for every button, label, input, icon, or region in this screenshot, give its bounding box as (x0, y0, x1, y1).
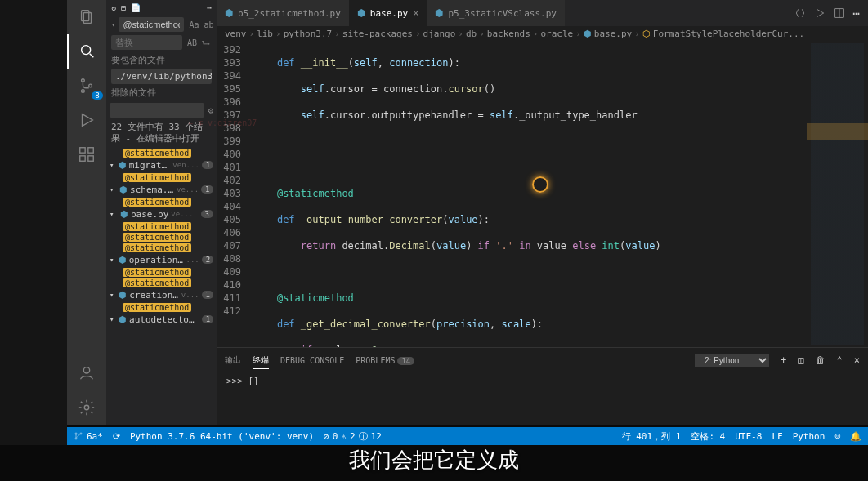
more-icon[interactable]: ⋯ (207, 3, 212, 12)
code-content[interactable]: def __init__(self, connection): self.cur… (253, 42, 807, 347)
close-icon[interactable]: × (413, 7, 418, 19)
encoding[interactable]: UTF-8 (735, 431, 762, 442)
chevron-down-icon: ▾ (110, 161, 116, 169)
search-match[interactable]: @staticmethod (123, 222, 191, 231)
case-sensitive-icon[interactable]: Aa (187, 19, 200, 31)
extensions-icon[interactable] (67, 137, 106, 171)
terminal-panel: 输出 终端 DEBUG CONSOLE PROBLEMS14 2: Python… (217, 347, 868, 425)
svg-line-3 (90, 54, 94, 58)
panel-tab-debug[interactable]: DEBUG CONSOLE (280, 354, 344, 367)
settings-icon[interactable] (67, 390, 106, 425)
split-icon[interactable] (834, 7, 845, 19)
chevron-up-icon[interactable]: ⌃ (837, 354, 843, 366)
svg-point-5 (82, 90, 85, 93)
debug-icon[interactable] (67, 103, 106, 137)
search-file-base[interactable]: ▾⬢base.pyve...3 (106, 207, 217, 221)
search-file-operations[interactable]: ▾⬢operations.py...2 (106, 253, 217, 267)
terminal-content[interactable]: >>> [] (217, 372, 868, 425)
svg-point-19 (75, 438, 77, 439)
search-match[interactable]: @staticmethod (123, 198, 191, 207)
tab-base[interactable]: ⬢base.py× (349, 0, 427, 26)
search-match[interactable]: @staticmethod (123, 149, 191, 158)
svg-marker-14 (817, 9, 823, 16)
search-match[interactable]: @staticmethod (123, 303, 191, 312)
activity-bar: 8 (67, 0, 106, 425)
explorer-icon[interactable] (67, 0, 106, 34)
status-bar: 6a* ⟳ Python 3.7.6 64-bit ('venv': venv)… (67, 427, 868, 445)
search-match[interactable]: @staticmethod (123, 243, 191, 252)
indentation[interactable]: 空格: 4 (691, 430, 725, 443)
minimap[interactable] (807, 42, 868, 347)
search-match[interactable]: @staticmethod (123, 233, 191, 242)
problems-indicator[interactable]: ⊘ 0 ⚠ 2 ⓘ 12 (324, 430, 382, 443)
panel-tab-output[interactable]: 输出 (225, 352, 241, 368)
search-match[interactable]: @staticmethod (123, 268, 191, 277)
chevron-down-icon: ▾ (110, 291, 116, 299)
search-match[interactable]: @staticmethod (123, 278, 191, 287)
more-icon[interactable]: ⋯ (853, 7, 860, 20)
notifications-icon[interactable]: 🔔 (850, 431, 861, 442)
line-numbers: 3923933943953963973983994004014024034044… (217, 42, 253, 347)
svg-point-13 (84, 405, 89, 410)
svg-rect-1 (83, 13, 91, 24)
subtitle-caption: 我们会把它定义成 (0, 446, 868, 474)
run-icon[interactable] (814, 7, 825, 19)
branch-indicator[interactable]: 6a* (74, 431, 103, 442)
search-input[interactable] (119, 17, 184, 32)
replace-all-icon[interactable]: ⮑ (200, 37, 212, 49)
svg-point-17 (75, 433, 77, 434)
search-match[interactable]: @staticmethod (123, 173, 191, 182)
chevron-down-icon: ▾ (110, 210, 118, 218)
tab-p5-3[interactable]: ⬢p5_3staticVSclass.py (427, 0, 564, 26)
svg-rect-0 (82, 11, 89, 21)
python-file-icon: ⬢ (119, 185, 128, 195)
refresh-icon[interactable]: ↻ (111, 3, 116, 12)
plus-icon[interactable]: + (781, 354, 786, 366)
close-icon[interactable]: × (854, 354, 860, 366)
python-file-icon: ⬢ (435, 7, 443, 19)
feedback-icon[interactable]: ☺ (834, 431, 840, 442)
tab-p5-2[interactable]: ⬢p5_2staticmethod.py (217, 0, 349, 26)
python-interpreter[interactable]: Python 3.7.6 64-bit ('venv': venv) (130, 431, 314, 442)
search-file-autodetector[interactable]: ▾⬢autodetector....1 (106, 313, 217, 327)
python-file-icon: ⬢ (119, 255, 127, 265)
svg-rect-11 (88, 156, 93, 161)
code-editor[interactable]: 3923933943953963973983994004014024034044… (217, 42, 868, 347)
compare-icon[interactable] (794, 7, 806, 19)
language-mode[interactable]: Python (793, 431, 825, 442)
whole-word-icon[interactable]: ab (202, 19, 215, 31)
svg-point-6 (89, 84, 92, 87)
panel-tab-problems[interactable]: PROBLEMS14 (356, 354, 414, 367)
cursor-position[interactable]: 行 401，列 1 (622, 430, 682, 443)
clear-icon[interactable]: ⊟ (121, 3, 126, 12)
gear-icon[interactable]: ⚙ (208, 105, 213, 116)
exclude-label: 排除的文件 (106, 84, 217, 101)
python-file-icon: ⬢ (120, 209, 128, 220)
sync-icon[interactable]: ⟳ (113, 431, 120, 442)
split-terminal-icon[interactable]: ◫ (798, 354, 803, 366)
svg-rect-10 (80, 156, 85, 161)
scm-icon[interactable]: 8 (67, 69, 106, 103)
python-file-icon: ⬢ (119, 314, 127, 325)
chevron-down-icon[interactable]: ▾ (111, 20, 115, 29)
results-summary: 22 文件中有 33 个结果 - 在编辑器中打开 (106, 119, 217, 148)
svg-point-12 (83, 367, 89, 373)
include-value[interactable]: ./venv/lib/python3.7/si... (111, 69, 212, 84)
replace-input[interactable] (111, 35, 182, 50)
preserve-case-icon[interactable]: AB (186, 37, 199, 49)
python-file-icon: ⬢ (119, 290, 127, 301)
new-file-icon[interactable]: 📄 (131, 3, 141, 12)
eol[interactable]: LF (772, 431, 782, 442)
search-file-schema[interactable]: ▾⬢schema.pyve...1 (106, 183, 217, 197)
search-icon[interactable] (67, 34, 106, 69)
svg-marker-7 (83, 114, 93, 127)
exclude-input[interactable] (110, 103, 204, 118)
search-file-creation[interactable]: ▾⬢creation.pyv...1 (106, 288, 217, 302)
svg-rect-8 (80, 148, 85, 153)
trash-icon[interactable]: 🗑 (816, 354, 825, 366)
account-icon[interactable] (67, 356, 106, 390)
breadcrumb[interactable]: venv› lib› python3.7› site-packages› dja… (217, 26, 868, 42)
search-file-migrate[interactable]: ▾⬢migrate.pyven...1 (106, 158, 217, 172)
terminal-select[interactable]: 2: Python (695, 354, 769, 367)
panel-tab-terminal[interactable]: 终端 (253, 352, 269, 369)
